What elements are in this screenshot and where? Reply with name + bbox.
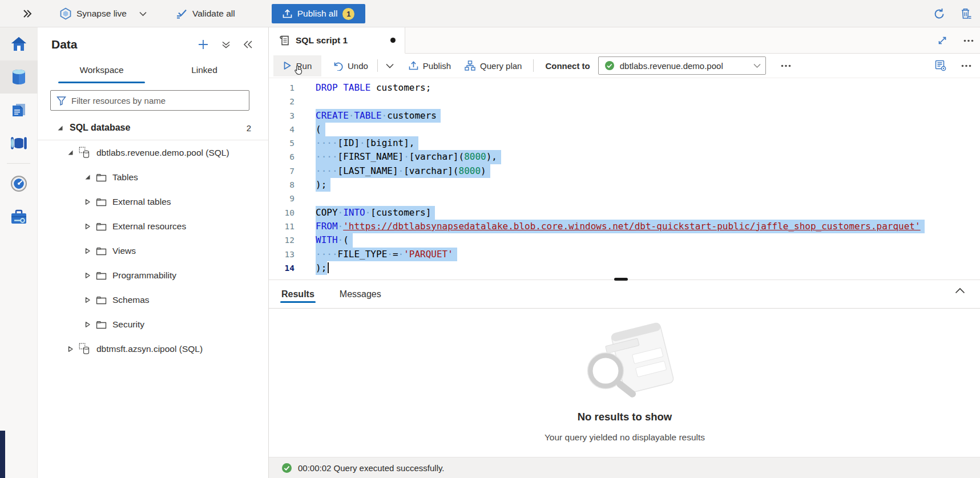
- publish-label: Publish: [423, 61, 451, 71]
- nav-data[interactable]: [0, 60, 38, 94]
- expand-panel-icon[interactable]: [22, 0, 33, 27]
- publish-button[interactable]: Publish: [409, 61, 451, 71]
- line-number[interactable]: 1: [269, 81, 295, 95]
- filter-resources-input[interactable]: [71, 96, 243, 106]
- tab-results[interactable]: Results: [280, 283, 316, 305]
- query-status-bar: 00:00:02 Query executed successfully.: [269, 457, 980, 478]
- folder-icon: [96, 246, 107, 256]
- code-line[interactable]: 8);: [269, 178, 980, 192]
- line-number[interactable]: 13: [269, 248, 295, 261]
- expander-icon[interactable]: [66, 346, 74, 353]
- code-line[interactable]: 13····FILE_TYPE·=·'PARQUET': [269, 248, 980, 261]
- tab-workspace[interactable]: Workspace: [50, 59, 153, 84]
- tree-item-dbtmsft-azsyn-cipool-sql[interactable]: dbtmsft.azsyn.cipool (SQL): [38, 337, 268, 361]
- expander-icon[interactable]: [83, 223, 91, 230]
- tree-item-views[interactable]: Views: [38, 238, 268, 263]
- code-token: FILE_TYPE: [338, 249, 388, 260]
- collapsed-triangle-icon: [84, 321, 91, 328]
- publish-all-button[interactable]: Publish all 1: [272, 4, 365, 23]
- tab-linked[interactable]: Linked: [153, 59, 256, 84]
- tree-item-schemas[interactable]: Schemas: [38, 287, 268, 312]
- line-number[interactable]: 4: [269, 123, 295, 136]
- code-token: DROP: [316, 82, 338, 93]
- expander-icon[interactable]: [83, 199, 91, 205]
- expander-icon[interactable]: [83, 174, 91, 180]
- code-line[interactable]: 12WITH·(: [269, 233, 980, 247]
- line-number[interactable]: 3: [269, 109, 295, 123]
- validate-all-button[interactable]: Validate all: [176, 0, 235, 27]
- refresh-icon[interactable]: [933, 8, 945, 20]
- tree-item-tables[interactable]: Tables: [38, 165, 268, 189]
- tab-messages[interactable]: Messages: [338, 283, 382, 305]
- undo-label: Undo: [348, 61, 368, 71]
- line-number[interactable]: 9: [269, 192, 295, 205]
- code-line[interactable]: 9: [269, 192, 980, 205]
- code-line[interactable]: 3CREATE·TABLE·customers: [269, 109, 980, 123]
- sql-code-editor[interactable]: 1DROP TABLE customers;23CREATE·TABLE·cus…: [269, 78, 980, 279]
- code-line[interactable]: 14);: [269, 261, 980, 275]
- line-number[interactable]: 10: [269, 206, 295, 220]
- discard-trash-icon[interactable]: [960, 7, 972, 20]
- right-more-icon[interactable]: [961, 64, 971, 67]
- expander-icon[interactable]: [83, 297, 91, 303]
- synapse-live-selector[interactable]: Synapse live: [59, 0, 147, 27]
- data-cylinder-icon: [10, 68, 27, 86]
- line-number[interactable]: 11: [269, 220, 295, 233]
- line-number[interactable]: 6: [269, 150, 295, 164]
- code-line[interactable]: 2: [269, 95, 980, 108]
- nav-home[interactable]: [0, 27, 38, 60]
- nav-integrate[interactable]: [0, 127, 38, 160]
- line-number[interactable]: 2: [269, 95, 295, 108]
- tree-item-label: Tables: [112, 172, 138, 183]
- tree-item-external-tables[interactable]: External tables: [38, 189, 268, 214]
- line-number[interactable]: 5: [269, 136, 295, 150]
- line-number[interactable]: 14: [269, 261, 295, 275]
- tree-item-security[interactable]: Security: [38, 312, 268, 337]
- tree-item-external-resources[interactable]: External resources: [38, 214, 268, 238]
- expand-editor-icon[interactable]: [937, 35, 947, 46]
- code-line[interactable]: 6····[FIRST_NAME]·[varchar](8000),: [269, 150, 980, 164]
- nav-monitor[interactable]: [0, 167, 38, 200]
- undo-button[interactable]: Undo: [333, 61, 368, 71]
- expander-icon[interactable]: [83, 248, 91, 254]
- nav-manage[interactable]: [0, 200, 38, 233]
- expander-icon[interactable]: [66, 149, 74, 156]
- whitespace-dot: ·: [404, 151, 409, 162]
- collapse-panel-icon[interactable]: [243, 40, 252, 48]
- resource-tree: SQL database2dbtlabs.revenue.demo.pool (…: [38, 116, 268, 361]
- connect-to-label: Connect to: [545, 61, 590, 71]
- line-number[interactable]: 8: [269, 178, 295, 192]
- integrate-pipeline-icon: [10, 136, 28, 151]
- code-token: WITH: [316, 234, 338, 245]
- undo-split-chevron-icon[interactable]: [386, 63, 394, 68]
- code-token: 8000: [459, 165, 481, 176]
- collapse-all-icon[interactable]: [221, 40, 231, 49]
- expander-icon[interactable]: [83, 321, 91, 328]
- query-plan-button[interactable]: Query plan: [465, 60, 522, 71]
- expander-icon[interactable]: [83, 272, 91, 279]
- add-resource-icon[interactable]: [197, 39, 209, 50]
- line-number[interactable]: 7: [269, 164, 295, 178]
- tree-item-sql-database[interactable]: SQL database2: [38, 116, 268, 140]
- tree-item-programmability[interactable]: Programmability: [38, 263, 268, 287]
- whitespace-dot: ·: [321, 165, 327, 176]
- tree-item-dbtlabs-revenue-demo-pool-sql[interactable]: dbtlabs.revenue.demo.pool (SQL): [38, 140, 268, 165]
- collapse-results-icon[interactable]: [955, 287, 965, 294]
- properties-icon[interactable]: [935, 60, 946, 71]
- code-line[interactable]: 4(: [269, 123, 980, 136]
- nav-develop[interactable]: [0, 94, 38, 127]
- run-button[interactable]: Run: [273, 55, 321, 76]
- tab-sql-script-1[interactable]: SQL script 1: [269, 27, 405, 54]
- code-line[interactable]: 7····[LAST_NAME]·[varchar](8000): [269, 164, 980, 178]
- connect-to-pool-dropdown[interactable]: dbtlabs.revenue.demo.pool: [598, 56, 766, 75]
- tab-more-icon[interactable]: [963, 39, 974, 42]
- double-chevron-right-icon: [22, 9, 33, 19]
- toolbar-more-icon[interactable]: [781, 64, 791, 67]
- code-line[interactable]: 5····[ID]·[bigint],: [269, 136, 980, 150]
- code-line[interactable]: 1DROP TABLE customers;: [269, 81, 980, 95]
- code-line[interactable]: 10COPY·INTO·[customers]: [269, 206, 980, 220]
- expander-icon[interactable]: [56, 125, 64, 131]
- line-number[interactable]: 12: [269, 233, 295, 247]
- code-line[interactable]: 11FROM·'https://dbtlabsynapsedatalake.bl…: [269, 220, 980, 233]
- play-icon: [283, 61, 292, 70]
